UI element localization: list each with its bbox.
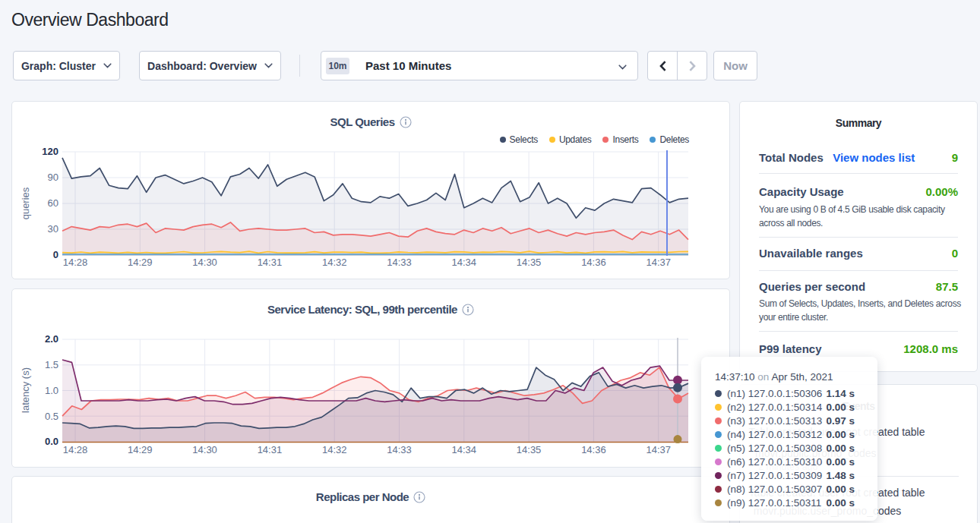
svg-text:1.0: 1.0 xyxy=(45,385,58,396)
svg-text:2.0: 2.0 xyxy=(45,333,58,345)
svg-text:14:29: 14:29 xyxy=(128,257,153,268)
svg-text:14:34: 14:34 xyxy=(452,444,477,455)
svg-text:14:30: 14:30 xyxy=(192,444,217,455)
svg-text:0.0: 0.0 xyxy=(45,436,58,447)
svg-text:14:31: 14:31 xyxy=(258,257,283,268)
svg-text:14:30: 14:30 xyxy=(192,257,217,268)
svg-text:14:35: 14:35 xyxy=(517,444,542,455)
svg-text:14:33: 14:33 xyxy=(387,444,412,455)
svg-text:14:35: 14:35 xyxy=(517,257,542,268)
svg-text:14:37: 14:37 xyxy=(646,444,671,455)
svg-text:latency (s): latency (s) xyxy=(20,367,31,413)
svg-text:60: 60 xyxy=(48,197,58,209)
svg-text:0: 0 xyxy=(53,249,58,260)
svg-text:14:29: 14:29 xyxy=(128,444,153,455)
svg-text:30: 30 xyxy=(48,223,58,235)
svg-text:14:37: 14:37 xyxy=(646,257,671,268)
svg-text:120: 120 xyxy=(42,146,58,157)
svg-text:14:36: 14:36 xyxy=(581,257,606,268)
svg-text:0.5: 0.5 xyxy=(45,411,58,422)
svg-text:14:28: 14:28 xyxy=(63,444,88,455)
svg-text:14:28: 14:28 xyxy=(63,257,88,268)
svg-text:14:32: 14:32 xyxy=(322,257,347,268)
svg-text:14:33: 14:33 xyxy=(387,257,412,268)
svg-text:14:36: 14:36 xyxy=(581,444,606,455)
svg-text:1.5: 1.5 xyxy=(45,359,58,370)
svg-text:queries: queries xyxy=(20,187,31,219)
svg-text:14:32: 14:32 xyxy=(322,444,347,455)
svg-text:14:31: 14:31 xyxy=(258,444,283,455)
svg-text:14:34: 14:34 xyxy=(452,257,477,268)
svg-text:90: 90 xyxy=(48,172,58,183)
